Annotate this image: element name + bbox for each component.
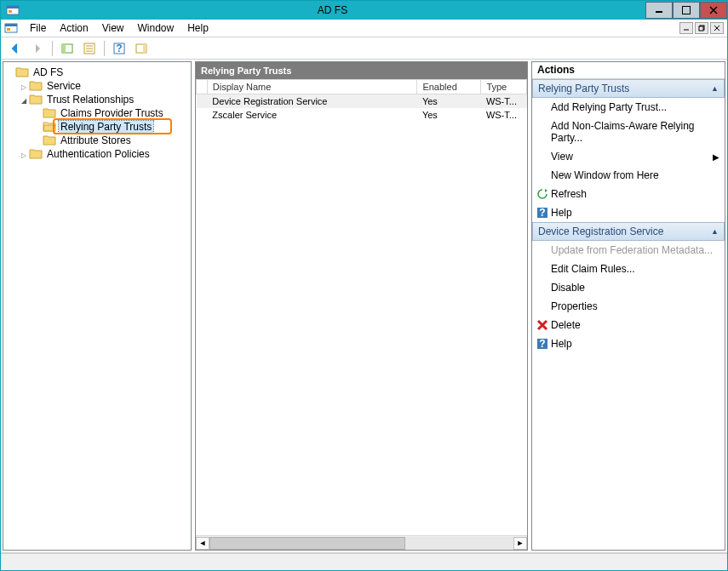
actions-header: Actions xyxy=(532,62,725,79)
menu-window[interactable]: Window xyxy=(131,20,181,36)
mdi-minimize-button[interactable] xyxy=(679,22,693,34)
actions-group-drs[interactable]: Device Registration Service ▲ xyxy=(532,222,725,241)
menubar: File Action View Window Help xyxy=(1,20,727,37)
action-properties[interactable]: Properties xyxy=(532,297,725,316)
folder-icon xyxy=(15,66,29,78)
table-row[interactable]: Device Registration Service Yes WS-T... xyxy=(197,94,527,109)
back-button[interactable] xyxy=(6,39,25,58)
menu-action[interactable]: Action xyxy=(53,20,95,36)
show-hide-action-pane-button[interactable] xyxy=(132,39,151,58)
mdi-restore-button[interactable] xyxy=(695,22,708,34)
action-disable[interactable]: Disable xyxy=(532,278,725,297)
tree-label: Attribute Stores xyxy=(59,134,133,146)
tree-label: Service xyxy=(45,80,83,92)
menu-view[interactable]: View xyxy=(95,20,131,36)
svg-text:?: ? xyxy=(539,207,545,219)
folder-icon xyxy=(29,94,43,106)
titlebar-title: AD FS xyxy=(20,4,645,16)
chevron-right-icon: ▶ xyxy=(713,152,719,162)
statusbar xyxy=(1,553,727,570)
action-add-rp-trust[interactable]: Add Relying Party Trust... xyxy=(532,98,725,117)
help-icon: ? xyxy=(536,337,549,351)
action-help[interactable]: ? Help xyxy=(532,203,725,222)
svg-rect-1 xyxy=(7,6,19,9)
action-refresh[interactable]: Refresh xyxy=(532,185,725,203)
center-header: Relying Party Trusts xyxy=(196,62,527,79)
forward-button[interactable] xyxy=(28,39,47,58)
mdi-close-button[interactable] xyxy=(710,22,724,34)
collapse-icon[interactable]: ▲ xyxy=(711,227,719,236)
col-spacer[interactable] xyxy=(197,80,208,94)
actions-group-rpt[interactable]: Relying Party Trusts ▲ xyxy=(532,79,725,98)
svg-rect-2 xyxy=(9,10,12,13)
toolbar: ? xyxy=(1,37,727,60)
tree-label: AD FS xyxy=(32,66,65,78)
tree-claims-provider-trusts[interactable]: Claims Provider Trusts xyxy=(32,106,189,120)
action-view[interactable]: View▶ xyxy=(532,147,725,166)
window-controls xyxy=(645,1,727,20)
tree-label: Relying Party Trusts xyxy=(59,121,153,133)
tree-label: Claims Provider Trusts xyxy=(59,107,165,119)
collapse-icon[interactable]: ▲ xyxy=(711,84,719,93)
svg-text:?: ? xyxy=(116,43,122,54)
tree-trust-relationships[interactable]: Trust Relationships xyxy=(19,93,189,106)
svg-rect-6 xyxy=(5,24,17,26)
tree-root-adfs[interactable]: AD FS xyxy=(5,66,189,79)
maximize-button[interactable] xyxy=(673,2,700,19)
folder-open-icon xyxy=(43,121,56,133)
folder-icon xyxy=(29,148,43,160)
cell-name: Device Registration Service xyxy=(207,94,417,109)
body: AD FS Service xyxy=(1,60,727,553)
table-row[interactable]: Zscaler Service Yes WS-T... xyxy=(197,108,527,122)
svg-rect-14 xyxy=(62,44,66,53)
menu-help[interactable]: Help xyxy=(181,20,215,36)
cell-enabled: Yes xyxy=(417,108,481,122)
folder-icon xyxy=(43,134,56,146)
tree: AD FS Service xyxy=(5,66,189,161)
folder-icon xyxy=(43,107,56,119)
actions-group-title: Relying Party Trusts xyxy=(538,83,629,94)
adfs-window: AD FS File Action View Window Help xyxy=(0,0,728,571)
properties-button[interactable] xyxy=(80,39,99,58)
collapse-icon[interactable] xyxy=(19,95,29,105)
scroll-track[interactable] xyxy=(209,537,513,550)
action-update-metadata: Update from Federation Metadata... xyxy=(532,241,725,260)
help-button[interactable]: ? xyxy=(110,39,129,58)
cell-enabled: Yes xyxy=(417,94,481,109)
scroll-thumb[interactable] xyxy=(209,537,405,550)
actions-pane: Actions Relying Party Trusts ▲ Add Relyi… xyxy=(531,61,725,551)
action-new-window[interactable]: New Window from Here xyxy=(532,166,725,185)
center-pane: Relying Party Trusts Display Name Enable… xyxy=(195,61,528,551)
cell-type: WS-T... xyxy=(481,108,527,122)
action-help-2[interactable]: ? Help xyxy=(532,334,725,353)
tree-pane: AD FS Service xyxy=(3,61,192,551)
col-display-name[interactable]: Display Name xyxy=(207,80,417,94)
col-enabled[interactable]: Enabled xyxy=(417,80,481,94)
cell-type: WS-T... xyxy=(481,94,527,109)
expand-icon[interactable] xyxy=(19,82,29,91)
menu-file[interactable]: File xyxy=(23,20,53,36)
tree-label: Authentication Policies xyxy=(45,148,152,160)
help-icon: ? xyxy=(536,206,549,220)
svg-rect-7 xyxy=(7,28,10,31)
col-type[interactable]: Type xyxy=(481,80,527,94)
scroll-left-button[interactable]: ◄ xyxy=(196,537,209,550)
delete-icon xyxy=(536,318,549,332)
close-button[interactable] xyxy=(700,2,727,19)
center-table: Display Name Enabled Type Device Registr… xyxy=(196,79,527,535)
action-add-non-claims[interactable]: Add Non-Claims-Aware Relying Party... xyxy=(532,117,725,147)
tree-relying-party-trusts[interactable]: Relying Party Trusts xyxy=(32,120,189,134)
table-header-row: Display Name Enabled Type xyxy=(197,80,527,94)
scroll-right-button[interactable]: ► xyxy=(513,537,527,550)
action-edit-claim-rules[interactable]: Edit Claim Rules... xyxy=(532,260,725,278)
tree-authentication-policies[interactable]: Authentication Policies xyxy=(19,147,189,161)
expand-icon[interactable] xyxy=(19,150,29,159)
action-delete[interactable]: Delete xyxy=(532,316,725,334)
tree-attribute-stores[interactable]: Attribute Stores xyxy=(32,134,189,147)
horizontal-scrollbar[interactable]: ◄ ► xyxy=(196,535,527,550)
actions-group-title: Device Registration Service xyxy=(538,226,663,237)
tree-service[interactable]: Service xyxy=(19,79,189,93)
show-hide-tree-button[interactable] xyxy=(58,39,77,58)
app-icon xyxy=(6,3,20,17)
minimize-button[interactable] xyxy=(645,2,673,19)
